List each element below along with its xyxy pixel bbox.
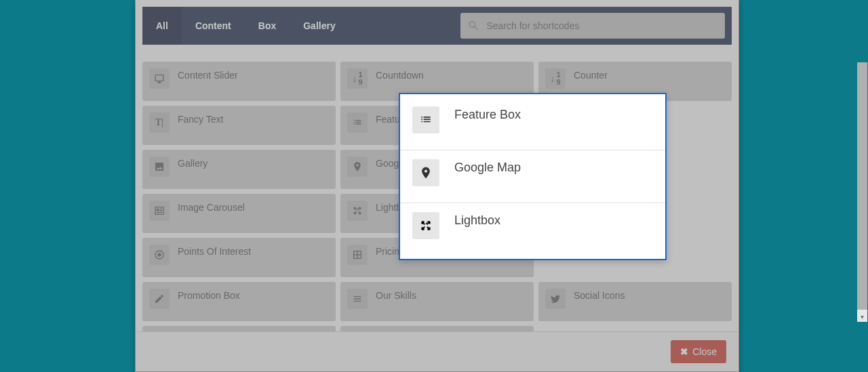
highlight-label: Feature Box	[454, 106, 521, 122]
shortcode-label: Countdown	[376, 68, 424, 81]
search-icon	[467, 19, 479, 33]
highlight-label: Lightbox	[454, 212, 500, 228]
highlight-label: Google Map	[454, 159, 521, 175]
textcursor-icon: T|	[149, 112, 170, 133]
list-icon	[347, 112, 368, 133]
category-tabs: All Content Box Gallery	[142, 7, 349, 45]
twitter-icon	[545, 289, 566, 309]
list-icon	[412, 106, 439, 133]
close-icon: ✖	[680, 346, 688, 357]
target-icon	[149, 245, 170, 265]
bars-icon	[347, 289, 368, 309]
close-button[interactable]: ✖ Close	[671, 340, 726, 363]
newspaper-icon	[149, 201, 170, 221]
shortcode-item[interactable]: Points Of Interest	[142, 238, 336, 277]
shortcode-label: Fancy Text	[178, 112, 223, 125]
picture-icon	[149, 157, 170, 177]
pin-icon	[412, 159, 439, 186]
scrollbar-thumb[interactable]	[857, 62, 867, 310]
table-icon	[347, 245, 368, 265]
shortcode-item[interactable]: Social Icons	[538, 282, 732, 321]
shortcode-item[interactable]: Content Slider	[142, 62, 336, 101]
shortcode-item[interactable]: T| Fancy Text	[142, 106, 336, 145]
shortcode-label: Our Skills	[376, 289, 416, 301]
shortcode-label: Points Of Interest	[178, 245, 251, 257]
highlight-item[interactable]: Lightbox	[400, 203, 665, 255]
highlight-item[interactable]: Feature Box	[400, 98, 665, 150]
search-input[interactable]	[486, 20, 718, 31]
shortcode-label: Gallery	[178, 157, 208, 169]
monitor-icon	[149, 68, 170, 89]
shortcode-label: Counter	[574, 68, 608, 81]
modal-header: All Content Box Gallery	[142, 7, 732, 45]
modal-footer: ✖ Close	[136, 331, 738, 371]
sort19-icon: ↓19	[347, 68, 368, 89]
sort19-icon: ↓19	[545, 68, 566, 89]
shortcode-label: Social Icons	[574, 289, 625, 301]
shortcode-label: Promotion Box	[178, 289, 240, 301]
tab-box[interactable]: Box	[245, 7, 290, 45]
shortcode-label: Image Carousel	[178, 201, 245, 213]
shortcode-item[interactable]: Image Carousel	[142, 194, 336, 233]
tab-content[interactable]: Content	[182, 7, 245, 45]
shortcode-item[interactable]: Testimonial	[340, 326, 534, 331]
tab-all[interactable]: All	[142, 7, 182, 45]
expand-icon	[347, 201, 368, 221]
pin-icon	[347, 157, 368, 177]
shortcode-item[interactable]: Gallery	[142, 150, 336, 189]
expand-icon	[412, 212, 439, 239]
shortcode-item[interactable]: Promotion Box	[142, 282, 336, 321]
shortcode-label: Content Slider	[178, 68, 238, 81]
shortcode-item[interactable]: Togglable Tabs	[142, 326, 336, 331]
shortcode-item[interactable]: Our Skills	[340, 282, 534, 321]
highlight-item[interactable]: Google Map	[400, 150, 665, 203]
pencil-icon	[149, 289, 170, 309]
close-label: Close	[692, 346, 717, 357]
scrollbar[interactable]: ▾	[857, 62, 867, 322]
search-container	[460, 13, 725, 39]
highlight-popup: Feature Box Google Map Lightbox	[399, 93, 667, 260]
tab-gallery[interactable]: Gallery	[290, 7, 349, 45]
scrollbar-down-arrow[interactable]: ▾	[857, 312, 867, 322]
